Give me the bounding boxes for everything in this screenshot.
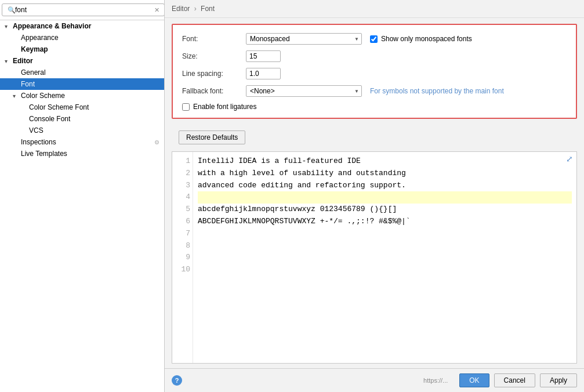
code-line-1: IntelliJ IDEA is a full-featured IDE (198, 155, 572, 168)
footer: ? https://... OK Cancel Apply (165, 368, 584, 392)
font-settings-panel: Font: Monospaced Arial Courier New Conso… (172, 24, 577, 119)
sidebar-item-general[interactable]: General (0, 67, 164, 78)
code-line-10 (198, 264, 572, 276)
help-button[interactable]: ? (172, 375, 182, 386)
settings-icon: ⚙ (154, 139, 159, 146)
fallback-font-label: Fallback font: (182, 87, 246, 95)
sidebar-item-label: Console Font (29, 115, 70, 123)
size-row: Size: (182, 50, 567, 62)
line-number: 6 (175, 216, 190, 228)
sidebar-item-label: Live Templates (21, 150, 67, 158)
code-line-7 (198, 228, 572, 240)
breadcrumb-separator: › (194, 5, 197, 13)
breadcrumb: Editor › Font (165, 0, 584, 18)
sidebar-item-label: Inspections (21, 138, 56, 146)
main-container: 🔍 ✕ ▾ Appearance & Behavior Appearance K… (0, 0, 584, 392)
sidebar-item-label: Editor (13, 57, 33, 65)
line-number: 5 (175, 204, 190, 216)
footer-left: ? (172, 375, 182, 386)
sidebar-item-color-scheme-font[interactable]: Color Scheme Font (0, 101, 164, 113)
code-line-5: abcdefghijklmnopqrstuvwxyz 0123456789 ()… (198, 204, 572, 216)
sidebar-item-appearance[interactable]: Appearance (0, 32, 164, 43)
restore-defaults-button[interactable]: Restore Defaults (179, 130, 245, 144)
line-number: 10 (175, 264, 190, 276)
search-input[interactable] (2, 3, 165, 16)
code-preview-content: IntelliJ IDEA is a full-featured IDE wit… (193, 152, 576, 363)
line-number: 1 (175, 155, 190, 168)
cancel-button[interactable]: Cancel (494, 373, 535, 387)
line-number: 7 (175, 228, 190, 240)
show-monospaced-checkbox[interactable] (370, 35, 378, 43)
clear-search-icon[interactable]: ✕ (154, 6, 159, 14)
sidebar-item-label: Appearance (21, 34, 59, 42)
sidebar-item-appearance-behavior[interactable]: ▾ Appearance & Behavior (0, 20, 164, 32)
font-row: Font: Monospaced Arial Courier New Conso… (182, 33, 567, 45)
line-spacing-row: Line spacing: (182, 68, 567, 79)
code-line-8 (198, 240, 572, 252)
breadcrumb-parent: Editor (172, 5, 190, 13)
chevron-icon: ▾ (5, 58, 13, 64)
sidebar-item-color-scheme[interactable]: ▾ Color Scheme (0, 90, 164, 101)
sidebar-item-label: Color Scheme (21, 92, 65, 100)
sidebar-item-label: General (21, 68, 46, 77)
code-preview-panel: 1 2 3 4 5 6 7 8 9 10 IntelliJ IDEA is a … (172, 151, 577, 364)
font-dropdown-wrapper: Monospaced Arial Courier New Consolas ▼ (246, 33, 362, 45)
sidebar-item-keymap[interactable]: Keymap (0, 43, 164, 55)
chevron-icon: ▾ (5, 23, 13, 30)
font-label: Font: (182, 35, 246, 43)
expand-icon[interactable]: ⤢ (566, 154, 573, 164)
line-number: 2 (175, 168, 190, 180)
ligatures-checkbox[interactable] (182, 103, 190, 111)
size-input[interactable] (246, 50, 281, 62)
fallback-font-dropdown-wrapper: <None> ▼ (246, 85, 362, 97)
search-icon: 🔍 (5, 6, 16, 14)
status-text: https://... (423, 377, 448, 384)
sidebar: 🔍 ✕ ▾ Appearance & Behavior Appearance K… (0, 0, 165, 392)
sidebar-item-label: Appearance & Behavior (13, 22, 91, 30)
sidebar-item-font[interactable]: Font (0, 78, 164, 90)
sidebar-item-editor[interactable]: ▾ Editor (0, 55, 164, 67)
sidebar-item-live-templates[interactable]: Live Templates (0, 148, 164, 159)
code-line-4 (198, 191, 572, 204)
sidebar-item-label: Font (21, 80, 35, 88)
sidebar-item-label: Color Scheme Font (29, 103, 89, 111)
fallback-hint: For symbols not supported by the main fo… (370, 87, 504, 95)
line-number: 8 (175, 240, 190, 252)
code-line-9 (198, 252, 572, 264)
line-number: 9 (175, 252, 190, 264)
show-monospaced-label: Show only monospaced fonts (381, 35, 472, 43)
fallback-font-select[interactable]: <None> (246, 85, 362, 97)
line-spacing-input[interactable] (246, 68, 281, 79)
apply-button[interactable]: Apply (540, 373, 577, 387)
search-bar: 🔍 ✕ (0, 0, 164, 20)
restore-defaults-container: Restore Defaults (172, 127, 577, 148)
code-line-3: advanced code editing and refactoring su… (198, 180, 572, 192)
line-number: 4 (175, 191, 190, 204)
breadcrumb-current: Font (201, 5, 215, 13)
font-select[interactable]: Monospaced Arial Courier New Consolas (246, 33, 362, 45)
ligatures-row: Enable font ligatures (182, 103, 567, 111)
show-monospaced-row: Show only monospaced fonts (370, 35, 472, 43)
line-numbers: 1 2 3 4 5 6 7 8 9 10 (172, 152, 193, 363)
code-line-6: ABCDEFGHIJKLMNOPQRSTUVWXYZ +-*/= .,;:!? … (198, 216, 572, 228)
ligatures-label: Enable font ligatures (193, 103, 256, 111)
line-number: 3 (175, 180, 190, 192)
content-area: Editor › Font Font: Monospaced Arial Cou… (165, 0, 584, 392)
sidebar-item-label: VCS (29, 126, 43, 135)
sidebar-item-console-font[interactable]: Console Font (0, 113, 164, 125)
code-line-2: with a high level of usability and outst… (198, 168, 572, 180)
line-spacing-label: Line spacing: (182, 70, 246, 78)
sidebar-item-inspections[interactable]: Inspections ⚙ (0, 136, 164, 148)
ok-button[interactable]: OK (459, 373, 489, 387)
fallback-font-row: Fallback font: <None> ▼ For symbols not … (182, 85, 567, 97)
sidebar-item-label: Keymap (21, 45, 48, 53)
sidebar-item-vcs[interactable]: VCS (0, 125, 164, 136)
size-label: Size: (182, 52, 246, 60)
chevron-icon: ▾ (13, 93, 21, 99)
